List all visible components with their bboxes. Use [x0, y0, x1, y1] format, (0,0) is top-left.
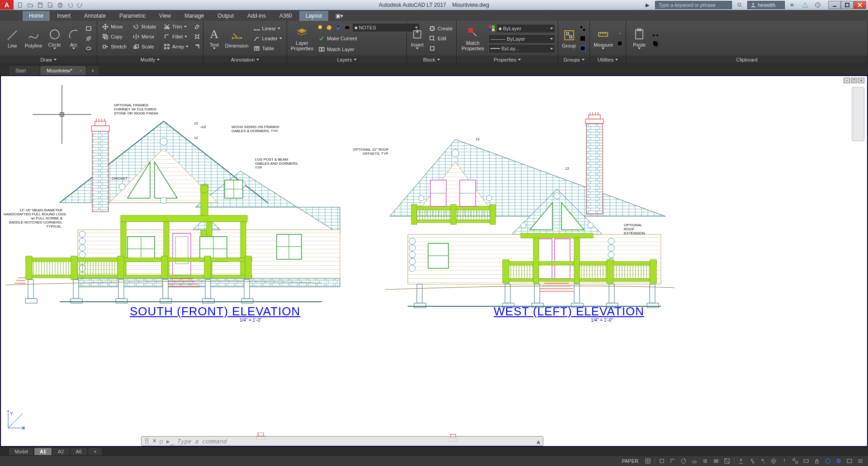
cmd-expand-icon[interactable]: ▴	[537, 437, 540, 446]
qat-dropdown-icon[interactable]	[85, 0, 95, 10]
panel-block-title[interactable]: Block	[407, 56, 456, 64]
tab-manage[interactable]: Manage	[178, 11, 210, 21]
tab-output[interactable]: Output	[211, 11, 240, 21]
vp-close-icon[interactable]: ×	[858, 78, 864, 83]
arc-button[interactable]: Arc	[66, 23, 81, 54]
stretch-button[interactable]: Stretch	[100, 42, 131, 52]
fillet-button[interactable]: Fillet	[161, 32, 192, 42]
create-block-button[interactable]: Create	[427, 24, 454, 33]
status-annomonitor-icon[interactable]	[780, 457, 788, 465]
layer-freeze-icon[interactable]	[325, 23, 333, 33]
status-annoscale-icon[interactable]	[737, 457, 745, 465]
cmd-handle-icon[interactable]: ⠿	[144, 437, 150, 446]
panel-utilities-title[interactable]: Utilities	[590, 56, 626, 64]
cut-icon[interactable]	[651, 29, 660, 38]
ribbon-minimize-icon[interactable]: ▣▾	[329, 11, 349, 21]
close-button[interactable]	[854, 1, 866, 9]
color-selector[interactable]: ■ ByLayer	[496, 24, 555, 33]
panel-layers-title[interactable]: Layers	[287, 56, 406, 64]
panel-annotation-title[interactable]: Annotation	[203, 56, 287, 64]
move-button[interactable]: Move	[100, 22, 131, 32]
status-space[interactable]: PAPER	[619, 457, 641, 465]
qat-open-icon[interactable]	[25, 0, 35, 10]
insert-button[interactable]: Insert	[410, 23, 425, 54]
qat-save-icon[interactable]	[35, 0, 45, 10]
exchange-icon[interactable]: ✕·	[788, 1, 797, 9]
tab-a360[interactable]: A360	[273, 11, 298, 21]
polyline-button[interactable]: Polyline	[24, 23, 43, 54]
tab-parametric[interactable]: Parametric	[113, 11, 152, 21]
layer-lock-icon[interactable]	[334, 23, 342, 33]
status-isodraft-icon[interactable]	[690, 457, 698, 465]
linetype-selector[interactable]: ——— ByLayer	[488, 34, 555, 43]
file-tab-start[interactable]: Start	[9, 66, 39, 75]
infocenter-arrow-icon[interactable]: ▶	[642, 0, 652, 10]
vp-max-icon[interactable]: □	[851, 78, 857, 83]
tab-view[interactable]: View	[153, 11, 177, 21]
layout-tab-model[interactable]: Model	[9, 448, 33, 455]
layout-tab-a6[interactable]: A6	[71, 448, 87, 455]
paste-button[interactable]: Paste	[629, 23, 650, 54]
file-tab-active[interactable]: Mountview*×	[40, 66, 86, 75]
text-button[interactable]: AText	[206, 23, 222, 54]
cmd-close-icon[interactable]: ×	[152, 437, 156, 445]
linear-button[interactable]: Linear	[251, 24, 284, 33]
mirror-button[interactable]: Mirror	[131, 32, 161, 42]
ellipse-button[interactable]	[83, 43, 94, 53]
command-input[interactable]: Type a command	[177, 438, 534, 445]
tab-annotate[interactable]: Annotate	[78, 11, 112, 21]
nav-bar[interactable]	[852, 87, 864, 141]
status-lock-icon[interactable]	[813, 457, 821, 465]
ungroup-icon[interactable]	[579, 24, 587, 33]
match-properties-button[interactable]: Match Properties	[459, 23, 486, 54]
offset-button[interactable]	[192, 42, 200, 52]
status-hardware-icon[interactable]	[824, 457, 832, 465]
array-button[interactable]: Array	[161, 42, 192, 52]
status-customize-icon[interactable]	[856, 457, 864, 465]
autodesk-icon[interactable]	[800, 1, 810, 9]
tab-layout[interactable]: Layout	[299, 11, 328, 21]
maximize-button[interactable]	[841, 1, 854, 9]
explode-button[interactable]	[192, 32, 200, 42]
file-tab-add[interactable]: +	[87, 66, 99, 75]
rectangle-button[interactable]	[83, 24, 94, 33]
status-grid-icon[interactable]	[644, 457, 652, 465]
status-qp-icon[interactable]	[802, 457, 810, 465]
close-icon[interactable]: ×	[80, 68, 82, 73]
dimension-button[interactable]: Dimension	[224, 23, 250, 54]
panel-properties-title[interactable]: Properties	[457, 56, 558, 64]
status-units-icon[interactable]	[791, 457, 799, 465]
status-lwt-icon[interactable]	[712, 457, 720, 465]
layer-properties-button[interactable]: Layer Properties	[290, 23, 314, 54]
lineweight-selector[interactable]: ━━━ ByLay...	[488, 44, 555, 53]
status-annovisibility-icon[interactable]	[748, 457, 756, 465]
trim-button[interactable]: Trim	[161, 22, 192, 32]
user-chip[interactable]: hewetth	[747, 1, 785, 9]
qat-undo-icon[interactable]	[65, 0, 75, 10]
vp-min-icon[interactable]: –	[844, 78, 850, 83]
line-button[interactable]: Line	[3, 23, 22, 54]
block-attr-button[interactable]	[427, 43, 454, 53]
rotate-button[interactable]: Rotate	[131, 22, 161, 32]
panel-modify-title[interactable]: Modify	[97, 56, 203, 64]
circle-button[interactable]: Circle	[45, 23, 64, 54]
status-ortho-icon[interactable]	[669, 457, 677, 465]
status-workspace-icon[interactable]	[769, 457, 778, 465]
copy-button[interactable]: Copy	[100, 32, 131, 42]
qat-saveas-icon[interactable]	[45, 0, 55, 10]
app-logo[interactable]: A	[0, 0, 14, 10]
edit-block-button[interactable]: Edit	[427, 33, 454, 43]
group-button[interactable]: Group	[561, 23, 577, 54]
status-cleanscreen-icon[interactable]	[845, 457, 854, 465]
copy-clip-icon[interactable]	[651, 38, 660, 48]
status-transparency-icon[interactable]	[723, 457, 731, 465]
layout-tab-a2[interactable]: A2	[52, 448, 69, 455]
status-annoauto-icon[interactable]	[759, 457, 767, 465]
qat-print-icon[interactable]	[55, 0, 65, 10]
search-icon[interactable]	[735, 1, 745, 9]
cmd-recent-icon[interactable]: ⌕	[159, 437, 164, 445]
status-polar-icon[interactable]	[679, 457, 688, 465]
color-swatch-icon[interactable]	[488, 24, 495, 33]
measure-button[interactable]: Measure	[593, 23, 614, 54]
hatch-button[interactable]	[83, 33, 94, 43]
